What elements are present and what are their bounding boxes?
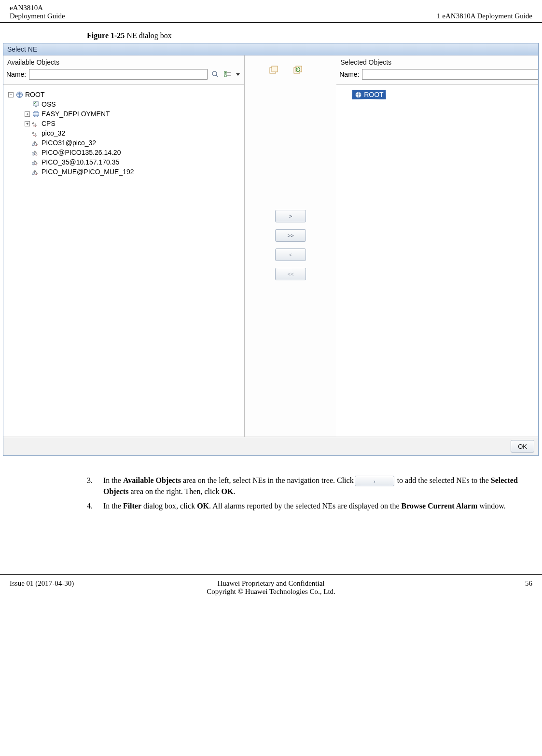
step-3-text2: area on the left, select NEs in the navi…	[181, 476, 354, 484]
footer-issue: Issue 01 (2017-04-30)	[10, 579, 106, 596]
name-input-left[interactable]	[29, 69, 208, 80]
header-product: eAN3810A	[10, 4, 65, 12]
svg-text:A: A	[32, 131, 35, 135]
tree-root-label: ROOT	[25, 91, 44, 98]
expand-spacer	[25, 102, 30, 107]
refresh-icon[interactable]	[293, 65, 303, 75]
svg-rect-8	[35, 106, 37, 107]
tree-item-label: OSS	[42, 100, 56, 108]
step-3-number: 3.	[87, 475, 103, 497]
step-3-text4: area on the right. Then, click	[128, 487, 221, 495]
select-ne-dialog: Select NE Available Objects Name:	[3, 43, 539, 456]
al-at-icon: AL@	[32, 149, 40, 156]
add-all-button[interactable]: >>	[275, 229, 306, 242]
svg-text:L: L	[35, 123, 37, 126]
transfer-pane: > >> < <<	[245, 55, 336, 437]
dialog-title: Select NE	[3, 43, 538, 55]
tree-item[interactable]: AL@PICO_35@10.157.170.35	[25, 157, 240, 167]
selected-objects-pane: Selected Objects Name: ROOT	[336, 55, 539, 437]
name-label-left: Name:	[6, 70, 26, 78]
expand-spacer	[25, 169, 30, 175]
svg-text:A: A	[32, 121, 35, 125]
step-3-text: In the	[103, 476, 123, 484]
svg-text:@: @	[32, 152, 35, 155]
svg-text:L: L	[36, 142, 38, 145]
globe-icon	[32, 110, 40, 118]
tree-item[interactable]: AL@PICO@PICO135.26.14.20	[25, 148, 240, 157]
al-at-icon: AL@	[32, 139, 40, 147]
al-at-icon: AL@	[32, 158, 40, 166]
name-input-right[interactable]	[362, 69, 539, 80]
selected-objects-label: Selected Objects	[336, 55, 539, 67]
svg-text:L: L	[35, 133, 37, 136]
tree-item[interactable]: +ALCPS	[25, 119, 240, 128]
tree-item-label: PICO_MUE@PICO_MUE_192	[42, 168, 134, 176]
step-4-text2: dialog box, click	[141, 502, 197, 510]
tree-item[interactable]: AL@PICO31@pico_32	[25, 138, 240, 148]
svg-rect-31	[272, 66, 278, 72]
remove-all-button[interactable]: <<	[275, 268, 306, 280]
inline-add-button-icon	[355, 476, 394, 486]
expand-spacer	[25, 131, 30, 136]
svg-point-0	[212, 71, 217, 76]
al-at-icon: AL@	[32, 168, 40, 176]
globe-icon	[354, 91, 362, 98]
step-4-bold-filter: Filter	[123, 502, 141, 510]
tree-item-label: CPS	[42, 120, 56, 127]
svg-line-1	[216, 75, 218, 77]
add-one-button[interactable]: >	[275, 210, 306, 222]
step-3-text3: to add the selected NEs to the	[395, 476, 491, 484]
instruction-list: 3. In the Available Objects area on the …	[87, 475, 523, 511]
dropdown-arrow-icon[interactable]	[236, 69, 240, 79]
expand-spacer	[25, 160, 30, 165]
tree-item[interactable]: AL@PICO_MUE@PICO_MUE_192	[25, 167, 240, 177]
svg-text:@: @	[32, 162, 35, 165]
footer-page-number: 56	[436, 579, 532, 596]
figure-label: Figure 1-25	[87, 31, 125, 40]
step-3-text5: .	[233, 487, 235, 495]
step-4-text3: . All alarms reported by the selected NE…	[209, 502, 402, 510]
tree-item-label: PICO31@pico_32	[42, 139, 96, 147]
tree-item[interactable]: ALpico_32	[25, 128, 240, 138]
tree-item-label: PICO_35@10.157.170.35	[42, 158, 119, 166]
expand-spacer	[25, 140, 30, 146]
step-4-bold-browse: Browse Current Alarm	[402, 502, 478, 510]
step-4-bold-ok: OK	[197, 502, 209, 510]
selected-root-label: ROOT	[364, 91, 383, 98]
header-section-title: 1 eAN3810A Deployment Guide	[437, 4, 532, 20]
step-4-text: In the	[103, 502, 123, 510]
globe-icon	[15, 91, 23, 98]
figure-text: NE dialog box	[126, 31, 171, 40]
available-tree[interactable]: − ROOT OSS+EASY_DEPLOYMENT+ALCPSALpico_3…	[3, 84, 244, 437]
step-4-number: 4.	[87, 501, 103, 511]
header-doc-title: Deployment Guide	[10, 12, 65, 20]
footer-copyright: Copyright © Huawei Technologies Co., Ltd…	[106, 588, 436, 596]
page-footer: Issue 01 (2017-04-30) Huawei Proprietary…	[0, 574, 542, 601]
tree-item-label: PICO@PICO135.26.14.20	[42, 149, 121, 156]
footer-proprietary: Huawei Proprietary and Confidential	[106, 579, 436, 588]
expand-icon[interactable]: +	[25, 111, 30, 117]
svg-text:L: L	[36, 171, 38, 174]
step-3-bold-available: Available Objects	[123, 476, 181, 484]
step-4: 4. In the Filter dialog box, click OK. A…	[87, 501, 523, 511]
svg-text:@: @	[32, 143, 35, 146]
selected-root-row[interactable]: ROOT	[352, 90, 386, 99]
expand-icon[interactable]: +	[25, 121, 30, 126]
tree-item[interactable]: OSS	[25, 99, 240, 109]
svg-text:L: L	[36, 152, 38, 155]
tree-root-row[interactable]: − ROOT	[8, 90, 240, 99]
name-label-right: Name:	[339, 70, 359, 78]
checklist-icon[interactable]	[223, 69, 233, 79]
selected-tree[interactable]: ROOT	[336, 84, 539, 437]
al-icon: AL	[32, 129, 40, 137]
search-icon[interactable]	[210, 69, 220, 79]
remove-one-button[interactable]: <	[275, 248, 306, 261]
svg-text:L: L	[36, 162, 38, 165]
expand-spacer	[25, 150, 30, 155]
tree-item[interactable]: +EASY_DEPLOYMENT	[25, 109, 240, 119]
expand-all-icon[interactable]	[269, 65, 278, 75]
available-objects-label: Available Objects	[3, 55, 244, 67]
available-objects-pane: Available Objects Name: −	[3, 55, 245, 437]
ok-button[interactable]: OK	[511, 440, 534, 453]
collapse-icon[interactable]: −	[8, 92, 14, 97]
